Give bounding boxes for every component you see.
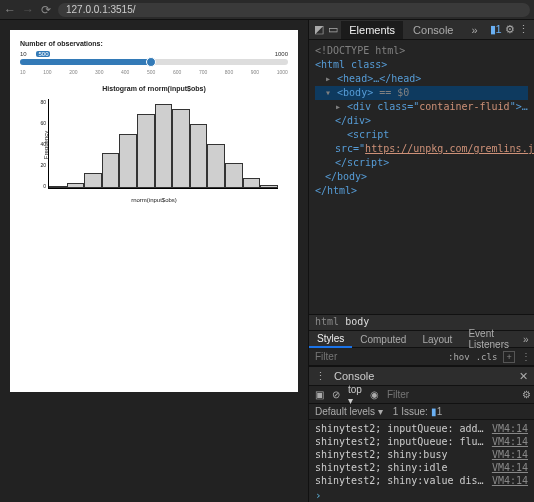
tab-styles[interactable]: Styles xyxy=(309,331,352,348)
expand-icon[interactable]: ▸ xyxy=(325,73,331,84)
devtools-tabbar: ◩ ▭ Elements Console » ▮1 ⚙ ⋮ xyxy=(309,20,534,40)
dom-script-src[interactable]: https://unpkg.com/gremlins.js xyxy=(365,143,534,154)
histogram-plot: Histogram of rnorm(input$obs) Frequency … xyxy=(20,85,288,205)
dom-tree[interactable]: <!DOCTYPE html> <html class> ▸ <head>…</… xyxy=(309,40,534,314)
url-input[interactable]: 127.0.0.1:3515/ xyxy=(58,3,530,17)
console-row: shinytest2; shiny:busyVM4:14 xyxy=(309,448,534,461)
reload-icon[interactable]: ⟳ xyxy=(40,3,52,17)
console-row: shinytest2; inputQueue: adding obsVM4:14 xyxy=(309,422,534,435)
slider-value-badge: 500 xyxy=(36,51,50,57)
console-drawer-title: Console xyxy=(334,370,374,382)
slider-fill xyxy=(20,59,151,65)
dom-div-class: container-fluid xyxy=(419,101,509,112)
console-status: Default levels ▾ 1 Issue: ▮1 xyxy=(309,404,534,420)
breadcrumb-body[interactable]: body xyxy=(345,316,369,327)
histogram-bars xyxy=(49,99,278,188)
plot-yticks: 020406080 xyxy=(38,99,46,189)
tab-more[interactable]: » xyxy=(463,21,485,39)
dom-head[interactable]: <head>…</head> xyxy=(337,73,421,84)
console-source-link[interactable]: VM4:14 xyxy=(492,475,528,486)
log-levels[interactable]: Default levels ▾ xyxy=(315,406,383,417)
tab-layout[interactable]: Layout xyxy=(414,332,460,347)
console-filter-input[interactable] xyxy=(387,389,514,400)
console-source-link[interactable]: VM4:14 xyxy=(492,462,528,473)
cls-toggle[interactable]: .cls xyxy=(476,352,498,362)
console-settings-icon[interactable]: ⚙ xyxy=(522,389,531,400)
dom-div[interactable]: <div class=" xyxy=(347,101,419,112)
styles-tabbar: Styles Computed Layout Event Listeners » xyxy=(309,330,534,348)
dom-doctype: <!DOCTYPE html> xyxy=(315,44,528,58)
kebab-icon[interactable]: ⋮ xyxy=(518,23,530,36)
slider-max: 1000 xyxy=(275,51,288,57)
slider-min: 10 xyxy=(20,51,27,57)
slider-endpoints: 10 500 1000 xyxy=(20,51,288,57)
dom-body-close: </body> xyxy=(315,170,528,184)
new-style-rule[interactable]: + xyxy=(503,351,514,363)
close-icon[interactable]: ✕ xyxy=(519,370,528,383)
hov-toggle[interactable]: :hov xyxy=(448,352,470,362)
obs-slider[interactable] xyxy=(20,59,288,65)
plot-title: Histogram of rnorm(input$obs) xyxy=(20,85,288,92)
drawer-kebab-icon[interactable]: ⋮ xyxy=(315,370,326,383)
forward-icon[interactable]: → xyxy=(22,3,34,17)
console-toolbar: ▣ ⊘ top ▾ ◉ ⚙ xyxy=(309,386,534,404)
console-drawer-header: ⋮ Console ✕ xyxy=(309,366,534,386)
browser-url-bar: ← → ⟳ 127.0.0.1:3515/ xyxy=(0,0,534,20)
expand-icon[interactable]: ▾ xyxy=(325,87,331,98)
console-row: shinytest2; shiny:value distPlotVM4:14 xyxy=(309,474,534,487)
dom-selected-badge: == $0 xyxy=(379,87,409,98)
console-prompt[interactable]: › xyxy=(309,489,534,502)
console-row: shinytest2; shiny:idleVM4:14 xyxy=(309,461,534,474)
tab-console[interactable]: Console xyxy=(405,21,461,39)
tab-elements[interactable]: Elements xyxy=(341,21,403,39)
rendered-page: Number of observations: 10 500 1000 1010… xyxy=(0,20,308,502)
dom-html-open[interactable]: <html class> xyxy=(315,59,387,70)
styles-filter-input[interactable] xyxy=(315,351,442,362)
console-source-link[interactable]: VM4:14 xyxy=(492,436,528,447)
tab-computed[interactable]: Computed xyxy=(352,332,414,347)
styles-filter-row: :hov .cls + ⋮ xyxy=(309,348,534,366)
dom-html-close: </html> xyxy=(315,184,528,198)
breadcrumb-html[interactable]: html xyxy=(315,316,339,327)
issues-summary[interactable]: 1 Issue: ▮1 xyxy=(393,406,442,417)
slider-thumb[interactable] xyxy=(146,57,156,67)
plot-area xyxy=(48,99,278,189)
issues-indicator[interactable]: ▮1 xyxy=(490,23,502,36)
console-context[interactable]: top ▾ xyxy=(348,384,362,406)
shiny-app: Number of observations: 10 500 1000 1010… xyxy=(10,30,298,392)
tab-styles-more[interactable]: » xyxy=(517,332,534,347)
styles-more-icon[interactable]: ⋮ xyxy=(521,351,531,362)
console-source-link[interactable]: VM4:14 xyxy=(492,423,528,434)
clear-console-icon[interactable]: ⊘ xyxy=(332,389,340,400)
console-sidebar-icon[interactable]: ▣ xyxy=(315,389,324,400)
slider-ticks: 101002003004005006007008009001000 xyxy=(20,69,288,75)
expand-icon[interactable]: ▸ xyxy=(335,101,341,112)
dom-script-close: </script> xyxy=(315,156,528,170)
gear-icon[interactable]: ⚙ xyxy=(504,23,516,36)
console-messages: shinytest2; inputQueue: adding obsVM4:14… xyxy=(309,420,534,489)
back-icon[interactable]: ← xyxy=(4,3,16,17)
slider-label: Number of observations: xyxy=(20,40,288,47)
device-icon[interactable]: ▭ xyxy=(327,23,339,36)
console-row: shinytest2; inputQueue: flushing obsVM4:… xyxy=(309,435,534,448)
devtools-panel: ◩ ▭ Elements Console » ▮1 ⚙ ⋮ <!DOCTYPE … xyxy=(308,20,534,502)
plot-xlabel: rnorm(input$obs) xyxy=(20,197,288,203)
dom-body-open[interactable]: <body> xyxy=(337,87,373,98)
inspect-icon[interactable]: ◩ xyxy=(313,23,325,36)
console-source-link[interactable]: VM4:14 xyxy=(492,449,528,460)
live-expression-icon[interactable]: ◉ xyxy=(370,389,379,400)
